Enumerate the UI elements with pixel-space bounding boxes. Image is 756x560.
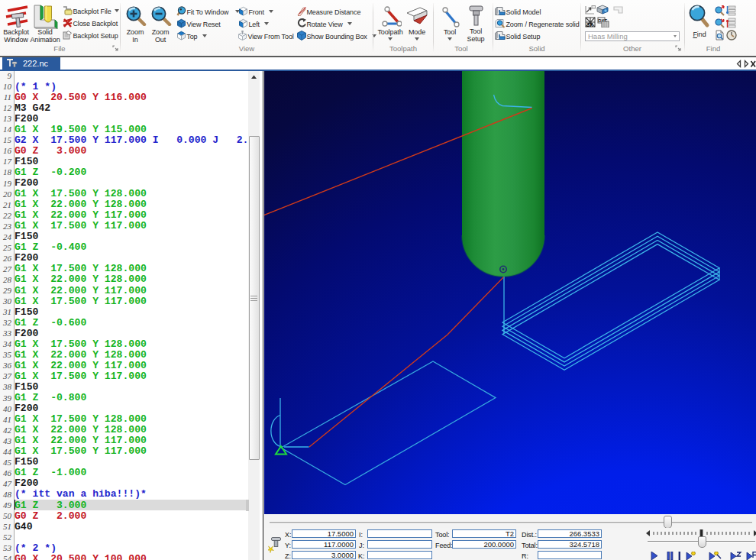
svg-text:3X: 3X xyxy=(586,22,593,28)
